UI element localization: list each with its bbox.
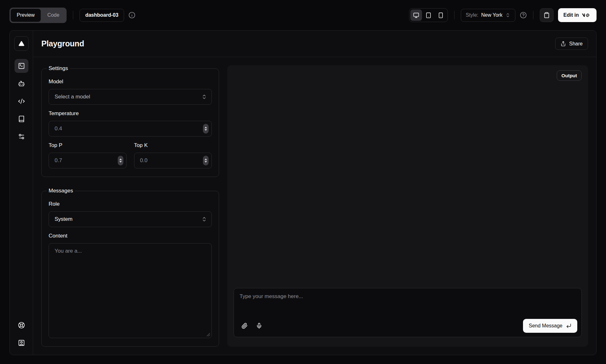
- toolbar-left: Preview Code dashboard-03: [9, 8, 135, 23]
- style-select-value: New York: [481, 12, 503, 18]
- toolbar-divider: [454, 11, 454, 19]
- help-circle-icon[interactable]: [520, 12, 527, 19]
- preview-tab[interactable]: Preview: [11, 9, 41, 22]
- output-badge: Output: [557, 70, 582, 81]
- desktop-view-button[interactable]: [410, 9, 422, 21]
- v0-logo-icon: [582, 12, 591, 18]
- life-buoy-icon: [18, 322, 25, 329]
- triangle-logo-icon: [18, 40, 25, 47]
- model-select-placeholder: Select a model: [55, 94, 90, 100]
- temperature-field-group: Temperature: [49, 110, 212, 137]
- home-logo-button[interactable]: [14, 36, 29, 51]
- content-textarea[interactable]: [49, 244, 211, 338]
- top-k-field-group: Top K: [134, 142, 212, 168]
- content-field-group: Content: [49, 233, 212, 338]
- square-user-icon: [18, 339, 25, 346]
- sidebar-item-models[interactable]: [15, 77, 28, 91]
- top-k-input-wrap: [134, 153, 212, 168]
- clipboard-icon: [544, 12, 550, 18]
- tablet-view-button[interactable]: [423, 9, 434, 21]
- page-header: Playground Share: [33, 31, 596, 57]
- toolbar-right: Style: New York Edit in: [409, 8, 597, 22]
- toolbar-divider: [533, 11, 533, 19]
- messages-legend: Messages: [47, 188, 75, 194]
- stepper-up-icon: [205, 127, 207, 128]
- top-p-input[interactable]: [49, 153, 126, 168]
- attach-file-button[interactable]: [238, 319, 251, 332]
- microphone-button[interactable]: [252, 319, 266, 332]
- top-k-input[interactable]: [134, 153, 212, 168]
- toolbar-divider: [73, 11, 73, 19]
- monitor-icon: [413, 12, 419, 18]
- temperature-input-wrap: [49, 121, 212, 137]
- messages-fieldset: Messages Role System Content: [41, 188, 219, 347]
- configuration-column: Settings Model Select a model Temperatur…: [41, 65, 219, 347]
- sidebar-item-playground[interactable]: [15, 59, 28, 73]
- stepper-down-icon: [119, 161, 122, 163]
- stepper-down-icon: [205, 161, 207, 163]
- copy-code-button[interactable]: [540, 8, 554, 22]
- settings-legend: Settings: [47, 65, 70, 72]
- content-label: Content: [49, 233, 212, 239]
- device-preview-toggle: [409, 8, 448, 22]
- chevrons-up-down-icon: [201, 94, 207, 100]
- edit-in-label: Edit in: [563, 12, 579, 18]
- chevrons-up-down-icon: [201, 216, 207, 222]
- sidebar-item-settings[interactable]: [15, 130, 28, 144]
- top-k-label: Top K: [134, 142, 212, 149]
- code-icon: [18, 98, 25, 105]
- smartphone-icon: [438, 12, 444, 18]
- square-terminal-icon: [18, 62, 25, 69]
- role-label: Role: [49, 201, 212, 207]
- bot-icon: [18, 80, 25, 87]
- info-icon[interactable]: [128, 12, 135, 19]
- send-message-label: Send Message: [529, 323, 562, 329]
- temperature-input[interactable]: [49, 121, 211, 136]
- sidebar-item-account[interactable]: [15, 336, 28, 350]
- number-stepper[interactable]: [203, 124, 209, 134]
- mobile-view-button[interactable]: [435, 9, 447, 21]
- share-icon: [561, 41, 566, 46]
- composer-toolbar: Send Message: [234, 319, 581, 337]
- sidebar-item-api[interactable]: [15, 94, 28, 108]
- corner-down-left-icon: [566, 323, 572, 329]
- settings-sliders-icon: [18, 133, 25, 140]
- content-textarea-wrap: [49, 243, 212, 338]
- project-name-badge: dashboard-03: [80, 9, 124, 22]
- role-select[interactable]: System: [49, 211, 212, 227]
- message-input[interactable]: [234, 288, 581, 319]
- top-p-input-wrap: [49, 153, 127, 168]
- top-p-label: Top P: [49, 142, 127, 149]
- share-button-label: Share: [569, 41, 583, 47]
- role-select-value: System: [55, 216, 73, 222]
- message-composer: Send Message: [234, 288, 582, 337]
- role-field-group: Role System: [49, 201, 212, 227]
- edit-in-v0-button[interactable]: Edit in: [558, 8, 597, 22]
- page-title: Playground: [41, 39, 84, 48]
- view-toggle: Preview Code: [9, 8, 67, 23]
- code-tab[interactable]: Code: [41, 9, 65, 22]
- sidebar-item-help[interactable]: [15, 318, 28, 332]
- top-toolbar: Preview Code dashboard-03: [0, 0, 606, 30]
- model-field-group: Model Select a model: [49, 79, 212, 105]
- tablet-icon: [425, 12, 431, 18]
- style-select-label: Style:: [466, 12, 478, 18]
- app-main: Playground Share Settings Model Select a…: [33, 31, 596, 355]
- number-stepper[interactable]: [203, 156, 209, 166]
- style-select[interactable]: Style: New York: [461, 9, 516, 22]
- top-p-field-group: Top P: [49, 142, 127, 168]
- paperclip-icon: [241, 323, 248, 329]
- sidebar-item-documentation[interactable]: [15, 112, 28, 126]
- stepper-up-icon: [119, 159, 122, 160]
- temperature-label: Temperature: [49, 110, 212, 117]
- top-p-k-row: Top P Top K: [49, 142, 212, 168]
- model-select[interactable]: Select a model: [49, 89, 212, 105]
- sidebar: [10, 31, 33, 355]
- app-frame: Playground Share Settings Model Select a…: [9, 30, 597, 355]
- send-message-button[interactable]: Send Message: [523, 319, 577, 333]
- number-stepper[interactable]: [118, 156, 123, 166]
- stepper-down-icon: [205, 129, 207, 131]
- model-label: Model: [49, 79, 212, 85]
- microphone-icon: [256, 323, 262, 329]
- share-button[interactable]: Share: [555, 38, 588, 50]
